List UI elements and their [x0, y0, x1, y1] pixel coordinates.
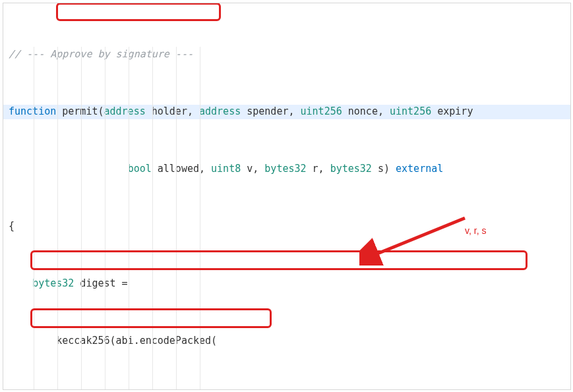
annotation-vrs: v, r, s — [465, 224, 486, 237]
code-line: bool allowed, uint8 v, bytes32 r, bytes3… — [3, 162, 570, 177]
comment-text: Approve by signature — [50, 48, 169, 60]
code-block: // --- Approve by signature --- function… — [3, 3, 570, 390]
comment-suffix: --- — [169, 48, 193, 60]
code-line: keccak256(abi.encodePacked( — [3, 334, 570, 349]
code-frame: // --- Approve by signature --- function… — [3, 3, 571, 390]
code-line: // --- Approve by signature --- — [3, 47, 570, 62]
code-line: bytes32 digest = — [3, 277, 570, 291]
comment-prefix: // --- — [9, 48, 50, 60]
code-line: function permit(address holder, address … — [3, 105, 570, 119]
